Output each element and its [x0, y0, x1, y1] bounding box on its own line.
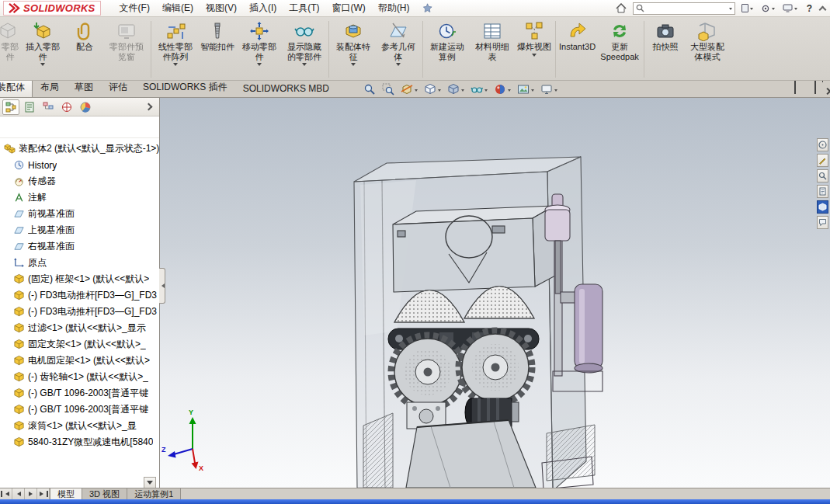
tab-dimxpert-manager[interactable] — [58, 99, 75, 115]
view-settings-button[interactable] — [540, 83, 557, 96]
previous-tab-button[interactable] — [12, 488, 25, 499]
home-button[interactable] — [614, 2, 628, 15]
ribbon-show-hidden-components-button[interactable]: 显示隐藏的零部件 — [282, 19, 327, 68]
first-tab-button[interactable] — [0, 488, 12, 499]
side-zoom-button[interactable] — [817, 169, 828, 182]
ribbon-mate-button[interactable]: 配合 — [65, 19, 104, 52]
dropdown-caret-icon — [173, 63, 178, 68]
ribbon-exploded-view-button[interactable]: 爆炸视图 — [515, 19, 554, 59]
ribbon-insert-component-button[interactable]: 插入零部件 — [20, 19, 65, 68]
side-help-button[interactable] — [817, 138, 828, 151]
tree-item-top-plane[interactable]: 上视基准面 — [0, 222, 159, 238]
menu-view[interactable]: 视图(V) — [200, 0, 243, 16]
menu-edit[interactable]: 编辑(E) — [156, 0, 200, 16]
ribbon-component-preview-button[interactable]: 零部件预览窗 — [104, 19, 149, 61]
tree-item-part[interactable]: 固定支架<1> (默认<<默认>_ — [0, 336, 159, 353]
panel-collapse-splitter[interactable] — [159, 268, 165, 304]
tree-item-annotations[interactable]: 注解 — [0, 189, 159, 206]
ribbon-take-snapshot-button[interactable]: 拍快照 — [646, 19, 685, 52]
ribbon-new-motion-study-button[interactable]: 新建运动算例 — [425, 19, 470, 61]
resources-button[interactable] — [781, 2, 799, 15]
tab-motion-study-1[interactable]: 运动算例1 — [127, 488, 181, 499]
apply-scene-button[interactable] — [517, 83, 534, 96]
arrow-left-icon — [15, 492, 21, 496]
graphics-viewport[interactable]: Y Z X — [160, 98, 830, 488]
collapse-chevron-icon[interactable] — [819, 6, 827, 14]
tab-model[interactable]: 模型 — [50, 488, 82, 499]
tree-item-sensors[interactable]: 传感器 — [0, 173, 159, 189]
section-view-button[interactable] — [401, 83, 418, 96]
tree-item-root[interactable]: 装配体2 (默认<默认_显示状态-1>) — [0, 141, 159, 157]
zoom-fit-button[interactable] — [363, 83, 376, 96]
tree-item-origin[interactable]: 原点 — [0, 255, 159, 271]
tree-item-part[interactable]: (-) GB/T 1096-2003[普通平键 — [0, 401, 159, 418]
view-orientation-button[interactable] — [424, 83, 441, 96]
menu-insert[interactable]: 插入(I) — [243, 0, 283, 16]
side-selected-tool-button[interactable] — [817, 200, 828, 214]
search-input[interactable] — [647, 4, 727, 13]
tab-solidworks-addins[interactable]: SOLIDWORKS 插件 — [135, 81, 235, 97]
menu-window[interactable]: 窗口(W) — [326, 0, 372, 16]
side-document-button[interactable] — [817, 185, 828, 198]
tab-3d-views[interactable]: 3D 视图 — [82, 488, 127, 499]
ribbon-move-component-button[interactable]: 移动零部件 — [237, 19, 282, 68]
side-edit-button[interactable] — [817, 154, 828, 167]
menu-help[interactable]: 帮助(H) — [372, 0, 416, 16]
tree-item-part[interactable]: 5840-31ZY微型减速电机[5840 — [0, 434, 159, 450]
tree-item-right-plane[interactable]: 右视基准面 — [0, 238, 159, 255]
tab-display-manager[interactable] — [77, 99, 94, 115]
last-tab-button[interactable] — [37, 488, 50, 499]
search-box[interactable] — [633, 2, 735, 15]
ribbon-large-assembly-mode-button[interactable]: 大型装配体模式 — [685, 19, 730, 61]
tree-item-part[interactable]: 过滤<1> (默认<<默认>_显示 — [0, 320, 159, 336]
side-comment-button[interactable] — [817, 216, 828, 229]
tab-sketch[interactable]: 草图 — [67, 81, 101, 97]
tree-item-part[interactable]: (-) FD3电动推杆[FD3—G]_FD3 — [0, 304, 159, 320]
tree-item-part[interactable]: 电机固定架<1> (默认<<默认> — [0, 353, 159, 369]
tab-property-manager[interactable] — [21, 99, 38, 115]
ribbon-instant3d-button[interactable]: Instant3D — [557, 19, 597, 52]
zoom-area-button[interactable] — [382, 83, 394, 96]
settings-button[interactable] — [759, 2, 776, 15]
tab-configuration-manager[interactable] — [40, 99, 57, 115]
tree-item-part[interactable]: (-) 齿轮轴<1> (默认<<默认>_ — [0, 369, 159, 385]
pin-star-icon[interactable] — [422, 3, 432, 13]
restore-button[interactable] — [814, 81, 816, 94]
tab-solidworks-mbd[interactable]: SOLIDWORKS MBD — [235, 81, 337, 97]
tab-layout[interactable]: 布局 — [33, 81, 67, 97]
tree-item-history[interactable]: History — [0, 157, 159, 173]
search-dropdown-caret-icon[interactable] — [729, 8, 732, 12]
edit-appearance-button[interactable] — [494, 83, 511, 96]
ribbon-smart-fasteners-button[interactable]: 智能扣件 — [198, 19, 237, 52]
dropdown-caret-icon — [531, 89, 534, 93]
tree-item-part[interactable]: (-) GB/T 1096-2003[普通平键 — [0, 385, 159, 401]
monitor-icon — [783, 4, 793, 12]
ribbon-assembly-features-button[interactable]: 装配体特征 — [331, 19, 376, 68]
hide-show-items-button[interactable] — [471, 83, 488, 96]
ribbon-linear-pattern-button[interactable]: 线性零部件阵列 — [153, 19, 198, 68]
dropdown-caret-icon — [772, 8, 775, 12]
tab-featuremanager-tree[interactable] — [2, 99, 19, 115]
assembly-3d-model: Y Z X — [160, 98, 830, 488]
panel-expand-chevron-icon[interactable] — [145, 103, 153, 111]
menu-tools[interactable]: 工具(T) — [283, 0, 325, 16]
tree-scroll-down-button[interactable] — [144, 477, 156, 488]
tree-item-front-plane[interactable]: 前视基准面 — [0, 206, 159, 222]
tab-assembly[interactable]: 装配体 — [0, 81, 33, 97]
float-window-button[interactable] — [794, 81, 796, 94]
ribbon-reference-geometry-button[interactable]: 参考几何体 — [376, 19, 421, 68]
ribbon-edit-component-button[interactable]: 零部件 — [0, 19, 20, 61]
display-style-button[interactable] — [447, 83, 464, 96]
tree-item-part[interactable]: (固定) 框架<1> (默认<<默认> — [0, 271, 159, 287]
tree-item-label: 固定支架<1> (默认<<默认>_ — [28, 338, 146, 351]
options-button[interactable] — [740, 2, 755, 15]
dropdown-caret-icon — [415, 89, 418, 93]
tab-evaluate[interactable]: 评估 — [101, 81, 135, 97]
ribbon-update-speedpak-button[interactable]: 更新 Speedpak — [597, 19, 642, 61]
tree-item-part[interactable]: (-) FD3电动推杆[FD3—G]_FD3 — [0, 287, 159, 304]
menu-file[interactable]: 文件(F) — [113, 0, 156, 16]
tree-item-part[interactable]: 滚筒<1> (默认<<默认>_显 — [0, 418, 159, 434]
next-tab-button[interactable] — [25, 488, 37, 499]
ribbon-bill-of-materials-button[interactable]: 材料明细表 — [470, 19, 515, 61]
help-button[interactable]: ? — [804, 3, 815, 14]
